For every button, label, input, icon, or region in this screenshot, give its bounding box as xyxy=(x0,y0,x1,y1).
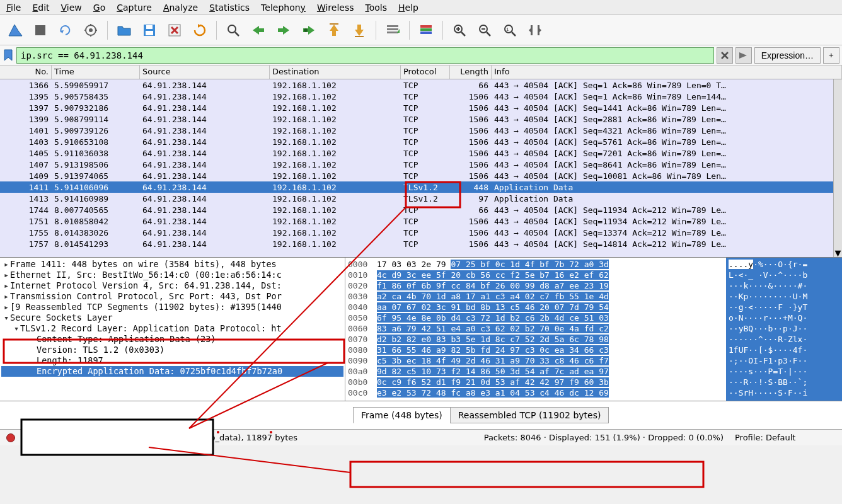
packet-row[interactable]: 17448.00774056564.91.238.144192.168.1.10… xyxy=(0,204,842,215)
packet-row[interactable]: 14055.91103603864.91.238.144192.168.1.10… xyxy=(0,147,842,159)
col-header-no[interactable]: No. xyxy=(0,66,52,79)
cell-time: 5.599059917 xyxy=(52,79,140,91)
menu-telephony[interactable]: Telephony xyxy=(257,1,309,14)
svg-line-25 xyxy=(461,32,465,36)
menu-bar: File Edit View Go Capture Analyze Statis… xyxy=(0,0,842,15)
go-forward-icon[interactable] xyxy=(272,19,295,42)
cell-no: 1755 xyxy=(0,227,52,238)
cell-src: 64.91.238.144 xyxy=(140,193,270,204)
cell-len: 1506 xyxy=(450,102,492,113)
display-filter-input[interactable] xyxy=(16,47,714,64)
cell-proto: TLSv1.2 xyxy=(401,193,450,204)
close-file-icon[interactable] xyxy=(163,19,186,42)
cell-info: 443 → 40504 [ACK] Seq=14814 Ack=212 Win=… xyxy=(492,238,842,249)
svg-rect-23 xyxy=(420,32,432,34)
tab-frame-bytes[interactable]: Frame (448 bytes) xyxy=(353,407,451,423)
svg-rect-21 xyxy=(420,25,432,28)
hex-bytes[interactable]: 17 03 03 2e 79 07 25 bf 0c 1d 4f bf 7b 7… xyxy=(376,258,726,401)
goto-packet-icon[interactable] xyxy=(297,19,320,42)
expert-info-led-icon[interactable] xyxy=(6,433,15,442)
packet-row[interactable]: 14015.90973912664.91.238.144192.168.1.10… xyxy=(0,125,842,136)
cell-info: 443 → 40504 [ACK] Seq=8641 Ack=86 Win=78… xyxy=(492,159,842,170)
svg-point-15 xyxy=(304,28,308,32)
reload-file-icon[interactable] xyxy=(188,19,211,42)
shark-fin-icon[interactable] xyxy=(4,19,26,42)
menu-edit[interactable]: Edit xyxy=(28,1,53,14)
toolbar-separator xyxy=(216,21,217,40)
packet-row[interactable]: 13955.90575843564.91.238.144192.168.1.10… xyxy=(0,91,842,102)
menu-file[interactable]: File xyxy=(3,1,25,14)
packet-row[interactable]: 13665.59905991764.91.238.144192.168.1.10… xyxy=(0,79,842,91)
cell-dst: 192.168.1.102 xyxy=(270,102,401,113)
zoom-in-icon[interactable] xyxy=(448,19,471,42)
packet-row[interactable]: 17578.01454129364.91.238.144192.168.1.10… xyxy=(0,238,842,249)
packet-row[interactable]: 14135.91416098964.91.238.144192.168.1.10… xyxy=(0,193,842,204)
capture-options-icon[interactable] xyxy=(79,19,102,42)
packet-row[interactable]: 13975.90793218664.91.238.144192.168.1.10… xyxy=(0,102,842,113)
cell-info: Application Data xyxy=(492,193,842,204)
go-back-icon[interactable] xyxy=(247,19,270,42)
cell-len: 448 xyxy=(450,181,492,193)
cell-proto: TCP xyxy=(401,215,450,227)
col-header-info[interactable]: Info xyxy=(492,66,842,79)
cell-no: 1411 xyxy=(0,181,52,193)
tab-reassembled-tcp[interactable]: Reassembled TCP (11902 bytes) xyxy=(450,407,609,423)
stop-capture-icon[interactable] xyxy=(29,19,52,42)
apply-filter-button[interactable] xyxy=(735,47,752,64)
toolbar-separator xyxy=(376,21,376,40)
cell-src: 64.91.238.144 xyxy=(140,238,270,249)
col-header-protocol[interactable]: Protocol xyxy=(401,66,450,79)
find-packet-icon[interactable] xyxy=(222,19,245,42)
menu-statistics[interactable]: Statistics xyxy=(205,1,253,14)
packet-row[interactable]: 17558.01438302664.91.238.144192.168.1.10… xyxy=(0,227,842,238)
packet-row[interactable]: 14075.91319850664.91.238.144192.168.1.10… xyxy=(0,159,842,170)
packet-row[interactable]: 14095.91397406564.91.238.144192.168.1.10… xyxy=(0,170,842,181)
colorize-icon[interactable] xyxy=(415,19,437,42)
cell-src: 64.91.238.144 xyxy=(140,136,270,147)
goto-last-icon[interactable] xyxy=(348,19,371,42)
cell-src: 64.91.238.144 xyxy=(140,113,270,125)
cell-info: 443 → 40504 [ACK] Seq=7201 Ack=86 Win=78… xyxy=(492,147,842,159)
save-file-icon[interactable] xyxy=(138,19,161,42)
expression-button[interactable]: Expression… xyxy=(754,47,821,64)
open-file-icon[interactable] xyxy=(113,19,136,42)
menu-analyze[interactable]: Analyze xyxy=(159,1,202,14)
toolbar-separator xyxy=(107,21,108,40)
col-header-source[interactable]: Source xyxy=(140,66,270,79)
cell-time: 8.010858042 xyxy=(52,215,140,227)
svg-line-14 xyxy=(235,32,239,36)
clear-filter-button[interactable] xyxy=(717,47,733,64)
svg-rect-8 xyxy=(146,25,153,29)
goto-first-icon[interactable] xyxy=(323,19,345,42)
col-header-destination[interactable]: Destination xyxy=(270,66,401,79)
cell-proto: TCP xyxy=(401,113,450,125)
packet-row[interactable]: 13995.90879911464.91.238.144192.168.1.10… xyxy=(0,113,842,125)
resize-columns-icon[interactable] xyxy=(524,19,546,42)
packet-details-pane[interactable]: ▸Frame 1411: 448 bytes on wire (3584 bit… xyxy=(0,258,345,401)
auto-scroll-icon[interactable] xyxy=(381,19,404,42)
col-header-time[interactable]: Time xyxy=(52,66,140,79)
menu-capture[interactable]: Capture xyxy=(113,1,156,14)
packet-row[interactable]: 14115.91410609664.91.238.144192.168.1.10… xyxy=(0,181,842,193)
restart-capture-icon[interactable] xyxy=(54,19,77,42)
packet-bytes-pane[interactable]: 0000001000200030004000500060007000800090… xyxy=(345,258,842,401)
zoom-out-icon[interactable] xyxy=(473,19,496,42)
packet-row[interactable]: 17518.01085804264.91.238.144192.168.1.10… xyxy=(0,215,842,227)
zoom-reset-icon[interactable]: 1 xyxy=(499,19,521,42)
packet-row[interactable]: 14035.91065310864.91.238.144192.168.1.10… xyxy=(0,136,842,147)
menu-view[interactable]: View xyxy=(57,1,86,14)
menu-tools[interactable]: Tools xyxy=(362,1,391,14)
bookmark-icon[interactable] xyxy=(3,48,14,63)
packet-list-rows[interactable]: 13665.59905991764.91.238.144192.168.1.10… xyxy=(0,79,842,257)
cell-len: 1506 xyxy=(450,227,492,238)
packet-list-scrollbar[interactable]: ▲ ▼ xyxy=(833,66,842,257)
col-header-length[interactable]: Length xyxy=(450,66,492,79)
add-filter-button[interactable]: + xyxy=(823,47,839,64)
menu-help[interactable]: Help xyxy=(395,1,422,14)
menu-go[interactable]: Go xyxy=(89,1,109,14)
status-profile[interactable]: Profile: Default xyxy=(735,433,836,442)
cell-dst: 192.168.1.102 xyxy=(270,181,401,193)
cell-dst: 192.168.1.102 xyxy=(270,113,401,125)
scroll-down-icon[interactable]: ▼ xyxy=(834,248,842,257)
menu-wireless[interactable]: Wireless xyxy=(313,1,358,14)
